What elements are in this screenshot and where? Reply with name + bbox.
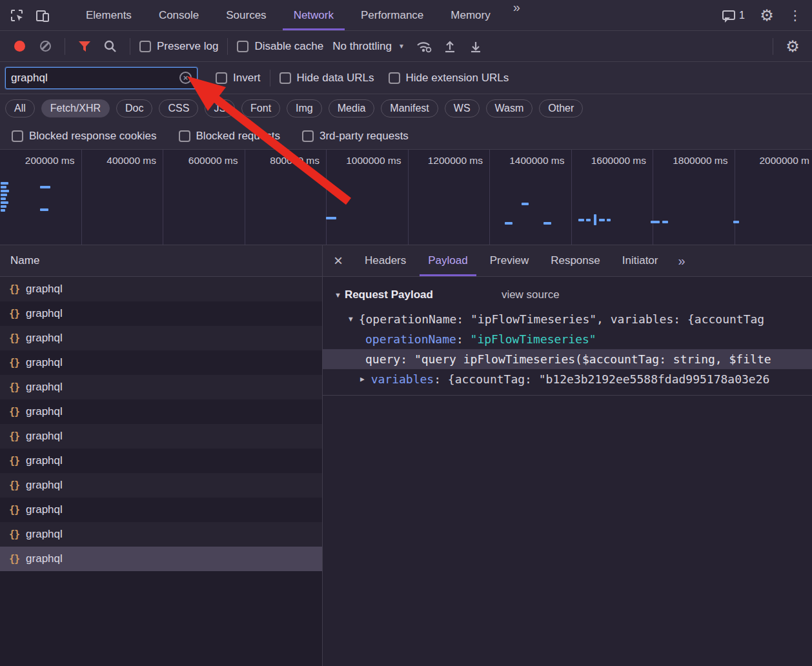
filter-chip-media[interactable]: Media <box>329 99 375 117</box>
filter-toggle-button[interactable] <box>72 34 97 59</box>
more-panels-icon[interactable]: » <box>504 0 529 30</box>
tab-elements[interactable]: Elements <box>72 0 145 30</box>
filter-chip-fetch-xhr[interactable]: Fetch/XHR <box>41 99 110 117</box>
json-braces-icon: {} <box>9 308 19 319</box>
request-row[interactable]: {}graphql <box>0 473 322 498</box>
device-toolbar-icon[interactable] <box>30 3 56 28</box>
waterfall-tick <box>505 222 513 225</box>
filter-chip-wasm[interactable]: Wasm <box>486 99 533 117</box>
record-network-log-button[interactable] <box>6 34 32 59</box>
tab-memory[interactable]: Memory <box>437 0 503 30</box>
separator: : <box>400 352 414 366</box>
close-details-button[interactable]: × <box>323 252 354 270</box>
blocked-requests-label: Blocked requests <box>196 130 280 143</box>
clear-network-log-button[interactable] <box>32 34 58 59</box>
blocked-requests-checkbox[interactable] <box>179 130 190 142</box>
hide-extension-urls-label: Hide extension URLs <box>406 72 509 85</box>
collapse-triangle-icon[interactable]: ▼ <box>334 291 341 299</box>
more-detail-tabs-icon[interactable]: » <box>669 254 694 268</box>
waterfall-tick <box>578 219 584 221</box>
blocked-response-cookies-label: Blocked response cookies <box>29 130 157 143</box>
request-name: graphql <box>26 552 63 565</box>
request-name: graphql <box>26 430 63 443</box>
request-payload-title[interactable]: Request Payload <box>345 288 433 301</box>
variables-row[interactable]: ▶variables: {accountTag: "b12e3b2192ee55… <box>323 369 812 389</box>
filter-chip-manifest[interactable]: Manifest <box>381 99 438 117</box>
request-row[interactable]: {}graphql <box>0 375 322 399</box>
console-messages-button[interactable]: 1 <box>716 10 751 21</box>
query-row-selected[interactable]: query: "query ipFlowTimeseries($accountT… <box>323 349 812 369</box>
request-row[interactable]: {}graphql <box>0 498 322 522</box>
property-key: variables <box>371 372 434 386</box>
filter-chip-all[interactable]: All <box>5 99 35 117</box>
main-tabs: Elements Console Sources Network Perform… <box>72 0 529 30</box>
tab-response[interactable]: Response <box>540 245 611 276</box>
filter-chip-img[interactable]: Img <box>287 99 322 117</box>
tab-initiator[interactable]: Initiator <box>611 245 669 276</box>
throttling-select[interactable]: No throttling ▼ <box>326 40 411 53</box>
json-braces-icon: {} <box>9 406 19 418</box>
filter-chip-font[interactable]: Font <box>241 99 280 117</box>
request-row[interactable]: {}graphql <box>0 277 322 301</box>
network-conditions-icon[interactable] <box>411 34 437 59</box>
search-button[interactable] <box>97 34 123 59</box>
tab-preview[interactable]: Preview <box>479 245 540 276</box>
request-row-selected[interactable]: {}graphql <box>0 547 322 571</box>
hide-data-urls-checkbox[interactable] <box>279 72 291 84</box>
tab-payload[interactable]: Payload <box>417 245 478 276</box>
inspect-element-icon[interactable] <box>4 3 30 28</box>
filter-chip-other[interactable]: Other <box>539 99 583 117</box>
settings-gear-icon[interactable]: ⚙ <box>754 3 780 28</box>
filter-input[interactable] <box>11 72 179 85</box>
preserve-log-checkbox[interactable] <box>139 41 151 52</box>
network-settings-gear-icon[interactable]: ⚙ <box>780 34 806 59</box>
request-row[interactable]: {}graphql <box>0 424 322 449</box>
hide-extension-urls-checkbox[interactable] <box>389 72 400 84</box>
operation-name-row[interactable]: operationName: "ipFlowTimeseries" <box>323 329 812 349</box>
kebab-glyph: ⋮ <box>789 8 802 23</box>
filter-chip-js[interactable]: JS <box>205 99 235 117</box>
request-name: graphql <box>26 356 63 369</box>
tab-network[interactable]: Network <box>280 0 347 30</box>
json-braces-icon: {} <box>9 357 19 368</box>
name-column-header: Name <box>10 254 39 267</box>
request-row[interactable]: {}graphql <box>0 522 322 547</box>
waterfall-tick <box>594 214 596 225</box>
tab-performance[interactable]: Performance <box>347 0 437 30</box>
invert-checkbox[interactable] <box>216 72 227 84</box>
tab-console[interactable]: Console <box>145 0 212 30</box>
divider <box>270 70 270 86</box>
request-row[interactable]: {}graphql <box>0 449 322 473</box>
expand-triangle-icon[interactable]: ▶ <box>360 375 365 383</box>
blocked-response-cookies-checkbox[interactable] <box>12 130 23 142</box>
tab-headers[interactable]: Headers <box>354 245 417 276</box>
divider <box>323 395 812 396</box>
expand-triangle-icon[interactable]: ▼ <box>349 315 353 323</box>
search-icon <box>103 39 117 54</box>
request-row[interactable]: {}graphql <box>0 326 322 350</box>
clear-filter-icon[interactable]: × <box>179 72 192 84</box>
filter-chip-ws[interactable]: WS <box>445 99 480 117</box>
third-party-requests-checkbox[interactable] <box>302 130 314 142</box>
network-toolbar: Preserve log Disable cache No throttling… <box>0 31 812 62</box>
details-tab-bar: × Headers Payload Preview Response Initi… <box>323 245 812 277</box>
filter-chip-css[interactable]: CSS <box>159 99 198 117</box>
request-row[interactable]: {}graphql <box>0 399 322 424</box>
export-har-icon[interactable] <box>463 34 489 59</box>
request-row[interactable]: {}graphql <box>0 301 322 326</box>
waterfall-tick <box>326 217 336 219</box>
request-row[interactable]: {}graphql <box>0 350 322 375</box>
requests-table-header[interactable]: Name <box>0 245 322 277</box>
tab-sources[interactable]: Sources <box>212 0 279 30</box>
payload-summary-text: {operationName: "ipFlowTimeseries", vari… <box>359 312 765 326</box>
import-har-icon[interactable] <box>437 34 463 59</box>
overflow-menu-icon[interactable]: ⋮ <box>782 3 808 28</box>
timeline-overview[interactable]: 200000 ms 400000 ms 600000 ms 800000 ms … <box>0 150 812 245</box>
view-source-link[interactable]: view source <box>502 288 560 301</box>
disable-cache-checkbox[interactable] <box>237 41 249 52</box>
clear-icon <box>40 41 51 52</box>
payload-summary-row[interactable]: ▼ {operationName: "ipFlowTimeseries", va… <box>323 309 812 329</box>
filter-chip-doc[interactable]: Doc <box>116 99 152 117</box>
request-name: graphql <box>26 332 63 345</box>
throttling-value: No throttling <box>332 40 392 53</box>
